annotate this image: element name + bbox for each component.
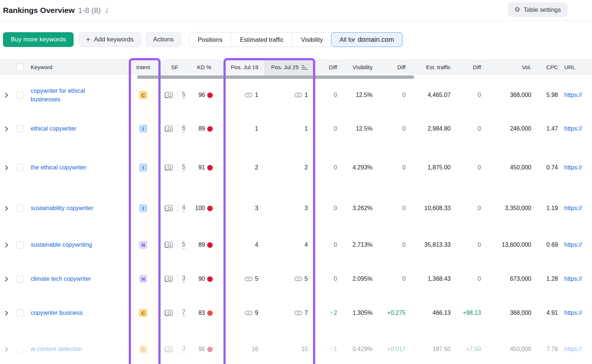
row-checkbox[interactable] [16, 164, 24, 171]
expand-chevron-icon[interactable] [4, 276, 9, 282]
table-row: ai content detection C 3 98 16 15 ↑1 0.4… [0, 330, 592, 364]
serp-features-icon [164, 346, 174, 353]
column-header-cpc[interactable]: CPC [533, 59, 559, 75]
pos-jul25-value: 15 [301, 346, 308, 353]
expand-chevron-icon[interactable] [4, 165, 9, 171]
position-link-icon[interactable] [294, 276, 302, 282]
buy-more-keywords-button[interactable]: Buy more keywords [3, 32, 74, 47]
column-header-sf[interactable]: SF [160, 59, 189, 75]
intent-badge[interactable]: C [139, 309, 147, 317]
pos-jul19-cell: 4 [219, 242, 264, 248]
cpc-value: 1.47 [533, 125, 559, 132]
intent-badge[interactable]: C [139, 91, 147, 99]
url-link[interactable]: https:// [564, 125, 582, 132]
intent-badge[interactable]: N [139, 241, 147, 249]
actions-button[interactable]: Actions [146, 32, 181, 47]
volume-value: 673,000 [482, 276, 533, 282]
serp-features-count[interactable]: 3 [182, 275, 185, 283]
position-link-icon[interactable] [294, 92, 302, 98]
intent-badge[interactable]: I [139, 125, 147, 133]
serp-features-icon [164, 125, 174, 133]
keyword-link[interactable]: climate tech copywriter [31, 274, 91, 283]
cpc-value: 0.69 [533, 242, 559, 248]
row-checkbox[interactable] [16, 346, 24, 353]
keyword-link[interactable]: sustainability copywriter [31, 204, 93, 212]
row-checkbox[interactable] [16, 205, 24, 212]
expand-chevron-icon[interactable] [4, 242, 9, 248]
row-checkbox[interactable] [16, 309, 24, 317]
column-header-pos-jul25[interactable]: Pos. Jul 25 [264, 59, 315, 75]
add-keywords-button[interactable]: + Add keywords [78, 32, 141, 47]
keyword-link[interactable]: sustainable copywriting [31, 240, 92, 249]
column-header-kd[interactable]: KD % [189, 59, 219, 75]
column-header-diff[interactable]: Diff [315, 59, 339, 75]
table-row: sustainability copywriter I 4 100 3 3 0 … [0, 189, 592, 228]
column-header-est-traffic[interactable]: Est. traffic [407, 59, 452, 75]
pos-diff-value: 0 [315, 205, 339, 212]
serp-features-count[interactable]: 5 [182, 91, 185, 99]
url-link[interactable]: https:// [564, 92, 582, 98]
column-header-diff3[interactable]: Diff [452, 59, 482, 75]
pos-jul25-value: 5 [305, 276, 308, 282]
column-header-diff2[interactable]: Diff [374, 59, 407, 75]
url-link[interactable]: https:// [564, 242, 582, 248]
metric-tabs: Positions Estimated traffic Visibility A… [189, 32, 403, 47]
pos-jul25-value: 1 [305, 125, 308, 132]
expand-chevron-icon[interactable] [4, 347, 9, 352]
keyword-link[interactable]: copywriter for ethical businesses [31, 87, 107, 104]
column-header-volume[interactable]: Vol. [482, 59, 533, 75]
visibility-diff-value: +0.017 [374, 346, 407, 353]
url-link[interactable]: https:// [564, 205, 582, 212]
url-link[interactable]: https:// [564, 276, 582, 282]
intent-badge[interactable]: I [139, 164, 147, 172]
info-icon[interactable]: i [105, 7, 108, 14]
row-checkbox[interactable] [16, 125, 24, 132]
tab-visibility[interactable]: Visibility [292, 33, 331, 47]
serp-features-icon [164, 309, 174, 317]
select-all-checkbox[interactable] [16, 64, 24, 71]
serp-features-count[interactable]: 7 [182, 309, 185, 317]
expand-chevron-icon[interactable] [4, 126, 9, 132]
column-header-keyword[interactable]: Keyword [27, 59, 127, 75]
pos-jul25-value: 7 [305, 310, 308, 316]
expand-chevron-icon[interactable] [4, 206, 9, 211]
row-checkbox[interactable] [16, 91, 24, 99]
tab-all-for-domain[interactable]: All for domain.com [331, 32, 403, 47]
position-link-icon[interactable] [245, 92, 253, 98]
expand-chevron-icon[interactable] [4, 310, 9, 316]
keyword-link[interactable]: ai content detection [31, 345, 82, 353]
position-link-icon[interactable] [294, 310, 302, 316]
visibility-diff-value: +0.275 [374, 310, 407, 316]
keyword-link[interactable]: ethical copywriter [31, 124, 77, 133]
keyword-link[interactable]: copywriter business [31, 309, 83, 317]
serp-features-count[interactable]: 6 [182, 125, 185, 132]
row-checkbox[interactable] [16, 241, 24, 249]
tab-positions[interactable]: Positions [189, 33, 232, 47]
kd-value: 83 [198, 310, 205, 316]
column-header-visibility[interactable]: Visibility [339, 59, 374, 75]
url-link[interactable]: https:// [564, 310, 582, 316]
url-link[interactable]: https:// [564, 346, 582, 353]
keyword-link[interactable]: the ethical copywriter [31, 163, 86, 172]
horizontal-scrollbar[interactable] [137, 75, 414, 79]
row-checkbox[interactable] [16, 275, 24, 283]
serp-features-count[interactable]: 4 [182, 204, 185, 212]
column-header-pos-jul19[interactable]: Pos. Jul 19 [219, 59, 264, 75]
pos-jul25-value: 2 [305, 164, 308, 171]
active-tab-domain: domain.com [358, 36, 394, 44]
table-row: sustainable copywriting N 5 89 4 4 0 2.7… [0, 228, 592, 262]
position-link-icon[interactable] [245, 310, 253, 316]
table-settings-button[interactable]: ⚙ Table settings [508, 3, 567, 17]
intent-badge[interactable]: N [139, 275, 147, 283]
intent-badge[interactable]: I [139, 204, 147, 212]
serp-features-count[interactable]: 5 [182, 241, 185, 249]
position-link-icon[interactable] [245, 276, 253, 282]
column-header-url[interactable]: URL [559, 59, 592, 75]
expand-chevron-icon[interactable] [4, 92, 9, 98]
tab-estimated-traffic[interactable]: Estimated traffic [231, 33, 292, 47]
intent-badge[interactable]: C [139, 345, 147, 353]
url-link[interactable]: https:// [564, 164, 582, 171]
column-header-intent[interactable]: Intent [127, 59, 160, 75]
serp-features-count[interactable]: 5 [182, 164, 185, 171]
serp-features-count[interactable]: 3 [182, 345, 185, 353]
